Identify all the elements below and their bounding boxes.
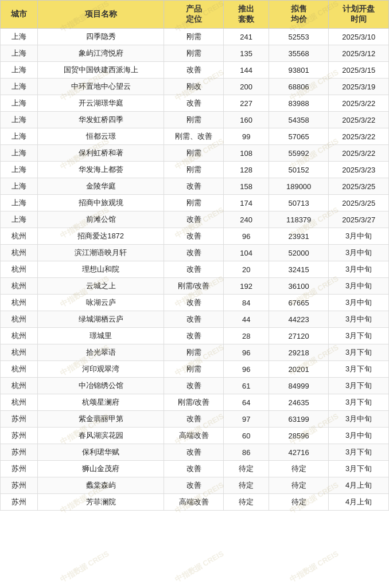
table-cell: 狮山金茂府: [38, 461, 164, 477]
table-cell: 4月上旬: [329, 494, 389, 511]
table-cell: 改善: [164, 62, 224, 79]
table-cell: 四季隐秀: [38, 29, 164, 45]
table-cell: 上海: [1, 145, 38, 162]
table-cell: 240: [224, 211, 269, 228]
table-cell: 3月中旬: [329, 428, 389, 444]
table-cell: 上海: [1, 162, 38, 178]
table-cell: 招商中旅观境: [38, 195, 164, 211]
table-row: 杭州杭颂星澜府刚需/改善64246353月下旬: [1, 394, 389, 411]
table-row: 苏州芳菲澜院高端改善待定待定4月上旬: [1, 494, 389, 511]
table-cell: 3月下旬: [329, 361, 389, 378]
table-row: 上海保利虹桥和著刚需108559922025/3/22: [1, 145, 389, 162]
table-cell: 20201: [269, 361, 329, 378]
table-cell: 保利珺华赋: [38, 444, 164, 461]
table-cell: 27120: [269, 328, 329, 344]
table-cell: 上海: [1, 195, 38, 211]
table-cell: 刚需: [164, 145, 224, 162]
table-cell: 华发海上都荟: [38, 162, 164, 178]
table-row: 上海前滩公馆改善2401183792025/3/27: [1, 211, 389, 228]
table-cell: 2025/3/27: [329, 211, 389, 228]
table-row: 上海华发海上都荟刚需128501522025/3/23: [1, 162, 389, 178]
table-cell: 2025/3/15: [329, 62, 389, 79]
table-cell: 滨江潮语映月轩: [38, 245, 164, 261]
table-row: 上海中环置地中心望云刚改200688062025/3/19: [1, 79, 389, 95]
table-cell: 104: [224, 245, 269, 261]
table-cell: 4月上旬: [329, 477, 389, 494]
table-cell: 108: [224, 145, 269, 162]
table-cell: 44: [224, 311, 269, 328]
table-cell: 刚需: [164, 195, 224, 211]
table-body: 上海四季隐秀刚需241525532025/3/10上海象屿江湾悦府刚需13535…: [1, 29, 389, 511]
table-row: 苏州狮山金茂府改善待定待定3月下旬: [1, 461, 389, 477]
table-cell: 待定: [224, 461, 269, 477]
table-cell: 84999: [269, 378, 329, 394]
table-cell: 28596: [269, 428, 329, 444]
table-cell: 118379: [269, 211, 329, 228]
table-row: 杭州咏湖云庐改善84676653月中旬: [1, 295, 389, 311]
table-row: 杭州中冶锦绣公馆改善61849993月下旬: [1, 378, 389, 394]
table-cell: 招商爱达1872: [38, 228, 164, 245]
table-cell: 璟城里: [38, 328, 164, 344]
table-cell: 2025/3/22: [329, 95, 389, 112]
table-cell: 杭州: [1, 328, 38, 344]
table-cell: 20: [224, 261, 269, 278]
table-cell: 春风湖滨花园: [38, 428, 164, 444]
table-cell: 3月下旬: [329, 444, 389, 461]
table-row: 上海象屿江湾悦府刚需135355682025/3/12: [1, 45, 389, 62]
table-cell: 2025/3/25: [329, 178, 389, 195]
table-cell: 3月中旬: [329, 278, 389, 295]
table-cell: 绿城湖栖云庐: [38, 311, 164, 328]
table-cell: 2025/3/22: [329, 128, 389, 145]
table-cell: 93801: [269, 62, 329, 79]
table-cell: 苏州: [1, 444, 38, 461]
table-row: 杭州拾光翠语刚需96292183月下旬: [1, 344, 389, 361]
table-cell: 待定: [224, 477, 269, 494]
table-cell: 50152: [269, 162, 329, 178]
table-row: 杭州绿城湖栖云庐改善44442233月中旬: [1, 311, 389, 328]
table-cell: 67665: [269, 295, 329, 311]
table-cell: 中冶锦绣公馆: [38, 378, 164, 394]
table-cell: 64: [224, 394, 269, 411]
table-row: 苏州紫金翡丽甲第改善97631993月中旬: [1, 411, 389, 428]
table-cell: 144: [224, 62, 269, 79]
table-cell: 174: [224, 195, 269, 211]
table-cell: 杭州: [1, 361, 38, 378]
table-cell: 227: [224, 95, 269, 112]
table-cell: 83988: [269, 95, 329, 112]
table-cell: 63199: [269, 411, 329, 428]
table-cell: 上海: [1, 45, 38, 62]
table-cell: 3月下旬: [329, 394, 389, 411]
table-cell: 改善: [164, 211, 224, 228]
table-cell: 中环置地中心望云: [38, 79, 164, 95]
table-cell: 杭州: [1, 278, 38, 295]
table-cell: 杭州: [1, 311, 38, 328]
table-cell: 3月下旬: [329, 378, 389, 394]
table-row: 苏州保利珺华赋改善86427163月下旬: [1, 444, 389, 461]
table-cell: 刚需: [164, 29, 224, 45]
table-cell: 上海: [1, 62, 38, 79]
table-cell: 上海: [1, 211, 38, 228]
table-cell: 刚需: [164, 112, 224, 128]
main-table: 城市 项目名称 产品定位 推出套数 拟售均价 计划开盘时间 上海四季隐秀刚需24…: [0, 0, 389, 511]
table-cell: 苏州: [1, 411, 38, 428]
table-cell: 苏州: [1, 461, 38, 477]
table-cell: 3月中旬: [329, 228, 389, 245]
table-cell: 84: [224, 295, 269, 311]
table-cell: 50713: [269, 195, 329, 211]
table-cell: 待定: [224, 494, 269, 511]
table-cell: 杭州: [1, 261, 38, 278]
table-cell: 68806: [269, 79, 329, 95]
table-cell: 理想山和院: [38, 261, 164, 278]
header-name: 项目名称: [38, 1, 164, 29]
table-cell: 3月下旬: [329, 328, 389, 344]
table-header-row: 城市 项目名称 产品定位 推出套数 拟售均价 计划开盘时间: [1, 1, 389, 29]
table-cell: 杭州: [1, 245, 38, 261]
table-cell: 96: [224, 228, 269, 245]
table-cell: 28: [224, 328, 269, 344]
header-date: 计划开盘时间: [329, 1, 389, 29]
table-row: 上海国贸中国铁建西派海上改善144938012025/3/15: [1, 62, 389, 79]
table-cell: 29218: [269, 344, 329, 361]
table-cell: 158: [224, 178, 269, 195]
table-cell: 3月下旬: [329, 461, 389, 477]
table-cell: 改善: [164, 228, 224, 245]
